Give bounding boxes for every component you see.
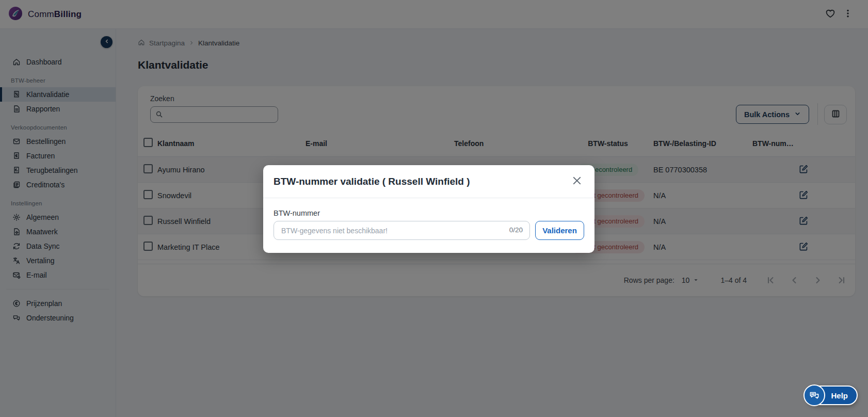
vat-number-label: BTW-nummer	[274, 209, 584, 217]
validate-button[interactable]: Valideren	[535, 221, 584, 240]
help-fab: Help	[807, 386, 858, 405]
vat-field-row: 0/20 Valideren	[274, 221, 584, 240]
help-label: Help	[831, 391, 848, 400]
vat-input-wrap: 0/20	[274, 221, 530, 240]
close-icon	[571, 175, 583, 188]
support-chat-icon	[803, 384, 825, 406]
char-counter: 0/20	[509, 226, 523, 234]
dialog-title: BTW-nummer validatie ( Russell Winfield …	[274, 176, 470, 187]
app-screen: CommBilling DashboardBTW-beheerKlantv	[0, 0, 868, 417]
dialog-header: BTW-nummer validatie ( Russell Winfield …	[263, 165, 594, 198]
dialog-body: BTW-nummer 0/20 Valideren	[263, 198, 594, 240]
help-button[interactable]: Help	[807, 386, 858, 405]
vat-validation-dialog: BTW-nummer validatie ( Russell Winfield …	[263, 165, 594, 253]
vat-number-input[interactable]	[274, 221, 530, 240]
dialog-close-button[interactable]	[570, 174, 584, 189]
